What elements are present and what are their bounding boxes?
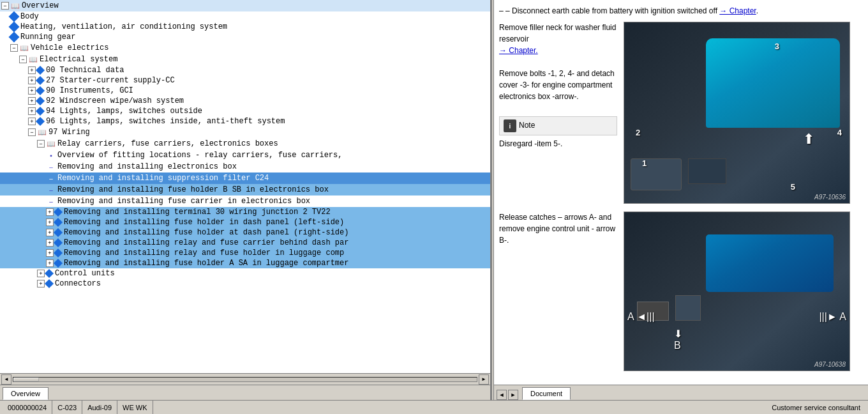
- diamond-icon-90: [36, 86, 45, 95]
- tree-item-hvac[interactable]: Heating, ventilation, air conditioning s…: [0, 22, 490, 32]
- diamond-control-units: [45, 269, 54, 278]
- expand-connectors[interactable]: +: [37, 280, 45, 288]
- expand-terminal30[interactable]: +: [46, 208, 54, 216]
- status-segment-we-wk: WE WK: [117, 401, 153, 414]
- tree-item-fuse-dash-left[interactable]: + Removing and installing fuse holder in…: [0, 217, 490, 227]
- label-2: 2: [636, 128, 640, 137]
- item-text: Overview: [22, 1, 59, 10]
- right-content[interactable]: – – Disconnect earth cable from battery …: [494, 0, 868, 385]
- diamond-icon-body: [9, 12, 20, 22]
- expand-94[interactable]: +: [28, 107, 36, 115]
- expand-96[interactable]: +: [28, 118, 36, 125]
- tree-item-27[interactable]: + 27 Starter-current supply-CC: [0, 75, 490, 86]
- diamond-icon-00: [36, 66, 45, 75]
- expand-92[interactable]: +: [28, 97, 36, 105]
- diamond-icon-96: [36, 117, 45, 126]
- label-4: 4: [837, 128, 842, 137]
- tree-item-relay-dash[interactable]: + Removing and installing relay and fuse…: [0, 238, 490, 248]
- arrow-b: ⬇B: [674, 328, 682, 351]
- img-ref-1: A97-10636: [814, 194, 846, 201]
- label-1: 1: [642, 158, 647, 168]
- item-text: Connectors: [55, 279, 101, 288]
- item-text: 00 Technical data: [46, 66, 124, 75]
- note-icon: i: [504, 119, 516, 132]
- right-tab-bar: ◄ ► Document: [494, 385, 868, 400]
- tree-item-relay-luggage[interactable]: + Removing and installing relay and fuse…: [0, 248, 490, 258]
- tree-item-overview[interactable]: − 📖 Overview: [0, 0, 490, 12]
- nav-next-btn[interactable]: ►: [508, 390, 518, 400]
- right-panel: – – Disconnect earth cable from battery …: [494, 0, 868, 400]
- tree-item-suppression[interactable]: – Removing and installing suppression fi…: [0, 172, 490, 184]
- tree-item-fuse-dash-right[interactable]: + Removing and installing fuse holder at…: [0, 227, 490, 238]
- scroll-track: [13, 377, 477, 382]
- tab-overview[interactable]: Overview: [3, 387, 49, 400]
- expand-control-units[interactable]: +: [37, 270, 45, 277]
- car-image-2-container: A ◄||| |||► A ⬇B A97-10638: [624, 211, 863, 371]
- expand-fuse-dash-left[interactable]: +: [46, 218, 54, 226]
- expand-97[interactable]: −: [28, 128, 36, 136]
- diamond-icon-94: [36, 107, 45, 116]
- status-audi: Audi-09: [87, 404, 112, 411]
- right-nav-btns: ◄ ►: [497, 390, 522, 400]
- tree-item-overview-fitting[interactable]: ▪ Overview of fitting locations - relay …: [0, 150, 490, 161]
- left-tab-bar: Overview: [0, 385, 490, 400]
- tree-item-94[interactable]: + 94 Lights, lamps, switches outside: [0, 106, 490, 116]
- tree-item-running[interactable]: Running gear: [0, 32, 490, 42]
- diamond-icon-92: [36, 96, 45, 105]
- tree-item-elec-sys[interactable]: − 📖 Electrical system: [0, 54, 490, 65]
- item-text: Overview of fitting locations - relay ca…: [57, 151, 342, 160]
- expand-overview[interactable]: −: [1, 2, 9, 10]
- tree-item-fuse-carrier[interactable]: – Removing and installing fuse carrier i…: [0, 195, 490, 207]
- tree-item-fuse-sb[interactable]: – Removing and installing fuse holder B …: [0, 184, 490, 195]
- nav-prev-btn[interactable]: ◄: [497, 390, 507, 400]
- chapter-link-1[interactable]: → Chapter: [719, 6, 756, 15]
- expand-00[interactable]: +: [28, 66, 36, 74]
- arrow-a-right: |||► A: [819, 311, 846, 323]
- tree-item-connectors[interactable]: + Connectors: [0, 279, 490, 289]
- img-ref-2: A97-10638: [814, 361, 846, 368]
- label-5: 5: [791, 182, 795, 192]
- diamond-connectors: [45, 279, 54, 288]
- expand-relay-dash[interactable]: +: [46, 239, 54, 247]
- scroll-right-btn[interactable]: ►: [479, 374, 489, 385]
- instruction-block-1: Remove filler neck for washer fluid rese…: [499, 22, 863, 204]
- item-text: Electrical system: [40, 55, 117, 64]
- item-text: Removing and installing fuse holder in d…: [64, 218, 344, 227]
- item-text: 97 Wiring: [49, 128, 90, 137]
- tree-item-fuse-a-sa[interactable]: + Removing and installing fuse holder A …: [0, 258, 490, 268]
- item-text: Removing and installing fuse holder B SB…: [57, 185, 329, 194]
- tree-item-terminal30[interactable]: + Removing and installing terminal 30 wi…: [0, 207, 490, 217]
- expand-27[interactable]: +: [28, 77, 36, 84]
- diamond-icon-27: [36, 76, 45, 85]
- expand-elec-sys[interactable]: −: [19, 56, 27, 63]
- tree-item-control-units[interactable]: + Control units: [0, 268, 490, 279]
- disconnect-label: – Disconnect earth cable from battery wi…: [505, 6, 717, 15]
- expand-vehicle-elec[interactable]: −: [10, 44, 18, 52]
- tree-item-90[interactable]: + 90 Instruments, GCI: [0, 86, 490, 96]
- tree-item-vehicle-elec[interactable]: − 📖 Vehicle electrics: [0, 42, 490, 54]
- expand-relay-luggage[interactable]: +: [46, 249, 54, 257]
- tree-item-97[interactable]: − 📖 97 Wiring: [0, 126, 490, 138]
- chapter-link-2[interactable]: → Chapter.: [499, 46, 538, 55]
- tree-item-92[interactable]: + 92 Windscreen wipe/wash system: [0, 96, 490, 106]
- tree-item-body[interactable]: Body: [0, 12, 490, 22]
- item-text: Running gear: [20, 33, 75, 42]
- item-text: 27 Starter-current supply-CC: [46, 76, 175, 85]
- tab-document[interactable]: Document: [522, 387, 571, 400]
- item-text: Removing and installing suppression filt…: [57, 174, 269, 183]
- tree-item-relay[interactable]: − 📖 Relay carriers, fuse carriers, elect…: [0, 138, 490, 150]
- tree-item-elec-box[interactable]: – Removing and installing electronics bo…: [0, 161, 490, 172]
- tree-item-00[interactable]: + 00 Technical data: [0, 65, 490, 75]
- tree-item-96[interactable]: + 96 Lights, lamps, switches inside, ant…: [0, 116, 490, 126]
- instruction-text-2: Release catches – arrows A- and remove e…: [499, 211, 617, 371]
- tree-content[interactable]: − 📖 Overview Body Heating, ventilation, …: [0, 0, 490, 373]
- expand-fuse-a-sa[interactable]: +: [46, 259, 54, 267]
- item-text: Removing and installing fuse holder A SA…: [64, 259, 348, 268]
- book-icon-vehicle-elec: 📖: [19, 43, 29, 53]
- expand-fuse-dash-right[interactable]: +: [46, 229, 54, 236]
- left-bottom-scrollbar[interactable]: ◄ ►: [0, 373, 490, 385]
- expand-relay[interactable]: −: [37, 140, 45, 148]
- scroll-left-btn[interactable]: ◄: [1, 374, 11, 385]
- book-icon-relay: 📖: [46, 139, 56, 149]
- expand-90[interactable]: +: [28, 87, 36, 95]
